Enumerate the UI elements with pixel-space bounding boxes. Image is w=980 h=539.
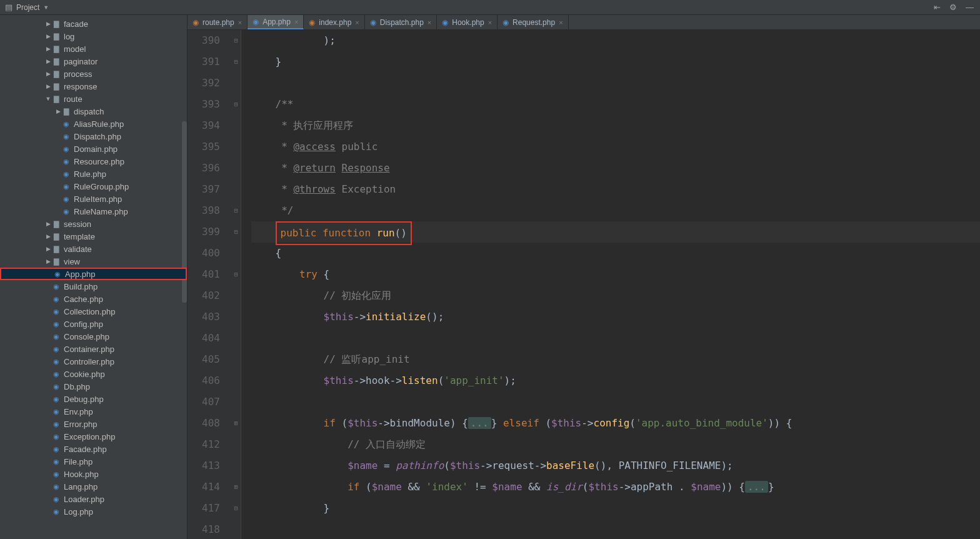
tree-item-model[interactable]: ▶▇model	[0, 43, 187, 55]
fold-marker[interactable]: ⊟	[231, 30, 241, 51]
tree-item-process[interactable]: ▶▇process	[0, 68, 187, 80]
code-line[interactable]: $this->initialize();	[251, 306, 980, 328]
tree-item-template[interactable]: ▶▇template	[0, 230, 187, 243]
tree-twisty-icon[interactable]: ▶	[45, 21, 51, 27]
code-line[interactable]: * @throws Exception	[251, 179, 980, 200]
tree-twisty-icon[interactable]: ▶	[45, 71, 51, 77]
close-icon[interactable]: ×	[294, 18, 298, 26]
fold-marker[interactable]: ⊞	[231, 413, 241, 434]
tree-item-cookie-php[interactable]: ◉Cookie.php	[0, 368, 187, 380]
tab-hook-php[interactable]: ◉Hook.php×	[437, 15, 498, 29]
code-line[interactable]: }	[251, 51, 980, 73]
fold-marker[interactable]: ⊟	[231, 94, 241, 115]
close-icon[interactable]: ×	[238, 19, 242, 26]
tab-app-php[interactable]: ◉App.php×	[248, 15, 304, 29]
caret-down-icon[interactable]: ▼	[43, 4, 49, 11]
code-line[interactable]: // 初始化应用	[251, 285, 980, 306]
tree-item-aliasrule-php[interactable]: ◉AliasRule.php	[0, 118, 187, 130]
code-line[interactable]: /**	[251, 94, 980, 115]
tree-item-config-php[interactable]: ◉Config.php	[0, 318, 187, 330]
tree-item-paginator[interactable]: ▶▇paginator	[0, 55, 187, 68]
tree-item-domain-php[interactable]: ◉Domain.php	[0, 143, 187, 155]
tree-item-ruleitem-php[interactable]: ◉RuleItem.php	[0, 193, 187, 205]
tree-item-error-php[interactable]: ◉Error.php	[0, 418, 187, 430]
code-line[interactable]: }	[251, 498, 980, 519]
fold-marker[interactable]: ⊟	[231, 51, 241, 73]
code-line[interactable]	[251, 73, 980, 94]
tree-item-dispatch[interactable]: ▶▇dispatch	[0, 105, 187, 118]
code-line[interactable]: // 入口自动绑定	[251, 434, 980, 455]
fold-marker[interactable]: ⊟	[231, 200, 241, 221]
close-icon[interactable]: ×	[488, 19, 492, 26]
tree-item-file-php[interactable]: ◉File.php	[0, 455, 187, 468]
tree-item-view[interactable]: ▶▇view	[0, 255, 187, 268]
tab-index-php[interactable]: ◉index.php×	[304, 15, 364, 29]
tree-item-exception-php[interactable]: ◉Exception.php	[0, 430, 187, 443]
code-line[interactable]: */	[251, 200, 980, 221]
tree-twisty-icon[interactable]: ▶	[45, 46, 51, 52]
tree-item-resource-php[interactable]: ◉Resource.php	[0, 155, 187, 168]
tree-item-lang-php[interactable]: ◉Lang.php	[0, 480, 187, 493]
tree-item-rule-php[interactable]: ◉Rule.php	[0, 168, 187, 180]
tree-twisty-icon[interactable]: ▶	[45, 246, 51, 252]
tree-item-console-php[interactable]: ◉Console.php	[0, 330, 187, 343]
tab-dispatch-php[interactable]: ◉Dispatch.php×	[365, 15, 437, 29]
code-line[interactable]: $this->hook->listen('app_init');	[251, 370, 980, 391]
code-content[interactable]: ); } /** * 执行应用程序 * @access public * @re…	[241, 30, 980, 539]
project-label[interactable]: Project	[16, 3, 39, 12]
tree-twisty-icon[interactable]: ▶	[45, 258, 51, 264]
fold-marker[interactable]: ⊟	[231, 264, 241, 285]
code-line[interactable]	[251, 328, 980, 349]
tree-item-route[interactable]: ▼▇route	[0, 93, 187, 105]
tree-item-validate[interactable]: ▶▇validate	[0, 243, 187, 255]
tree-item-collection-php[interactable]: ◉Collection.php	[0, 305, 187, 318]
tree-item-build-php[interactable]: ◉Build.php	[0, 280, 187, 293]
tab-request-php[interactable]: ◉Request.php×	[498, 15, 569, 29]
tree-item-container-php[interactable]: ◉Container.php	[0, 343, 187, 355]
tree-item-rulegroup-php[interactable]: ◉RuleGroup.php	[0, 180, 187, 193]
code-line[interactable]: if ($this->bindModule) {...} elseif ($th…	[251, 413, 980, 434]
collapse-icon[interactable]: ⇤	[934, 3, 941, 12]
code-line[interactable]	[251, 391, 980, 413]
project-sidebar[interactable]: ▶▇facade▶▇log▶▇model▶▇paginator▶▇process…	[0, 15, 188, 539]
code-editor[interactable]: 3903913923933943953963973983994004014024…	[188, 30, 980, 539]
tree-twisty-icon[interactable]: ▶	[45, 83, 51, 89]
tree-item-debug-php[interactable]: ◉Debug.php	[0, 393, 187, 405]
tree-twisty-icon[interactable]: ▶	[45, 221, 51, 227]
gear-icon[interactable]: ⚙	[949, 3, 957, 12]
tree-item-hook-php[interactable]: ◉Hook.php	[0, 468, 187, 480]
tree-item-rulename-php[interactable]: ◉RuleName.php	[0, 205, 187, 218]
code-line[interactable]: * @access public	[251, 136, 980, 158]
tree-item-facade[interactable]: ▶▇facade	[0, 18, 187, 30]
code-line[interactable]: {	[251, 243, 980, 264]
code-line[interactable]: try {	[251, 264, 980, 285]
code-line[interactable]: if ($name && 'index' != $name && is_dir(…	[251, 476, 980, 498]
tree-item-cache-php[interactable]: ◉Cache.php	[0, 293, 187, 305]
fold-marker[interactable]: ⊞	[231, 476, 241, 498]
close-icon[interactable]: ×	[355, 19, 359, 26]
code-line[interactable]: * 执行应用程序	[251, 115, 980, 136]
hide-icon[interactable]: —	[966, 3, 974, 12]
tree-item-app-php[interactable]: ◉App.php	[0, 268, 187, 280]
fold-column[interactable]: ⊟⊟⊟⊟⊟⊟⊞⊞⊟	[231, 30, 241, 539]
tab-route-php[interactable]: ◉route.php×	[188, 15, 248, 29]
close-icon[interactable]: ×	[559, 19, 562, 26]
close-icon[interactable]: ×	[428, 19, 431, 26]
code-line[interactable]: // 监听app_init	[251, 349, 980, 370]
tree-item-loader-php[interactable]: ◉Loader.php	[0, 493, 187, 505]
fold-marker[interactable]: ⊟	[231, 498, 241, 519]
tree-twisty-icon[interactable]: ▶	[45, 233, 51, 239]
code-line[interactable]: * @return Response	[251, 158, 980, 179]
code-line[interactable]: $name = pathinfo($this->request->baseFil…	[251, 455, 980, 476]
tree-twisty-icon[interactable]: ▶	[45, 58, 51, 64]
tree-twisty-icon[interactable]: ▶	[45, 33, 51, 39]
tree-item-log-php[interactable]: ◉Log.php	[0, 505, 187, 518]
code-line[interactable]: public function run()	[251, 221, 980, 243]
tree-item-dispatch-php[interactable]: ◉Dispatch.php	[0, 130, 187, 143]
tree-item-response[interactable]: ▶▇response	[0, 80, 187, 93]
tree-item-session[interactable]: ▶▇session	[0, 218, 187, 230]
tree-item-db-php[interactable]: ◉Db.php	[0, 380, 187, 393]
fold-marker[interactable]: ⊟	[231, 221, 241, 243]
tree-twisty-icon[interactable]: ▶	[55, 108, 61, 114]
code-line[interactable]	[251, 519, 980, 539]
